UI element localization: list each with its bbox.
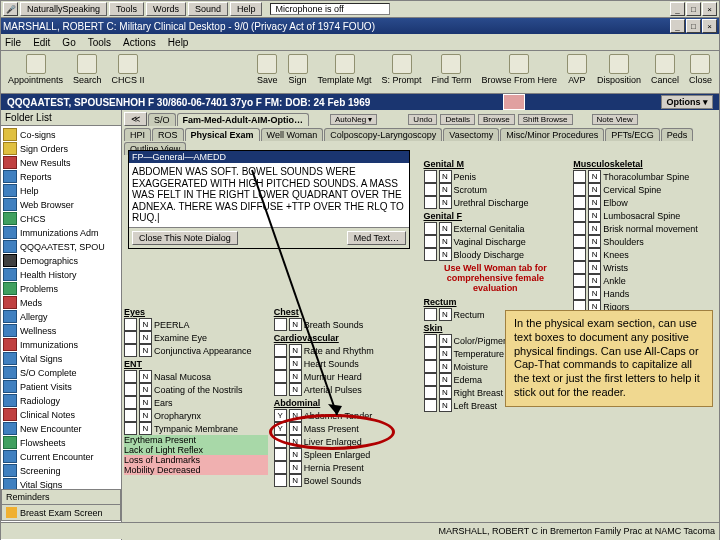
tree-item[interactable]: Radiology — [3, 394, 119, 408]
checkbox[interactable]: N — [588, 209, 601, 222]
checkbox[interactable]: N — [139, 344, 152, 357]
tree-item[interactable]: Current Encounter — [3, 450, 119, 464]
subtab-hpi[interactable]: HPI — [124, 128, 151, 141]
checkbox[interactable]: N — [289, 409, 302, 422]
checkbox[interactable]: N — [139, 370, 152, 383]
tree-item[interactable]: CHCS — [3, 212, 119, 226]
checkbox[interactable]: N — [289, 461, 302, 474]
tree-item[interactable]: Sign Orders — [3, 142, 119, 156]
checkbox[interactable] — [424, 183, 437, 196]
tree-item[interactable]: Immunizations Adm — [3, 226, 119, 240]
checkbox[interactable]: N — [289, 422, 302, 435]
tree-item[interactable]: Co-signs — [3, 128, 119, 142]
checkbox[interactable] — [573, 235, 586, 248]
item-label[interactable]: Erythema Present — [124, 435, 196, 445]
checkbox[interactable] — [124, 344, 137, 357]
tree-item[interactable]: Patient Visits — [3, 380, 119, 394]
item-label[interactable]: Loss of Landmarks — [124, 455, 200, 465]
checkbox[interactable]: N — [588, 287, 601, 300]
browse-button[interactable]: Browse — [478, 114, 515, 125]
maximize-icon[interactable]: □ — [686, 19, 701, 33]
checkbox[interactable]: N — [439, 399, 452, 412]
checkbox[interactable] — [573, 274, 586, 287]
subtab-procedures[interactable]: Misc/Minor Procedures — [500, 128, 604, 141]
minimize-icon[interactable]: _ — [670, 2, 685, 16]
checkbox[interactable] — [573, 170, 586, 183]
tab-so[interactable]: S/O — [148, 113, 176, 126]
checkbox[interactable] — [573, 209, 586, 222]
speech-tab[interactable]: Tools — [109, 2, 144, 16]
checkbox[interactable]: N — [439, 196, 452, 209]
close-note-button[interactable]: Close This Note Dialog — [132, 231, 238, 245]
checkbox[interactable] — [274, 370, 287, 383]
checkbox[interactable] — [424, 248, 437, 261]
close-button[interactable]: Close — [686, 53, 715, 86]
checkbox[interactable]: N — [139, 422, 152, 435]
item-label[interactable]: Lack of Light Reflex — [124, 445, 203, 455]
close-icon[interactable]: × — [702, 2, 717, 16]
checkbox[interactable]: N — [289, 474, 302, 487]
checkbox[interactable]: N — [289, 383, 302, 396]
subtab-physical-exam[interactable]: Physical Exam — [185, 128, 260, 141]
checkbox[interactable] — [274, 474, 287, 487]
checkbox[interactable]: N — [588, 183, 601, 196]
speech-tab[interactable]: Sound — [188, 2, 228, 16]
tree-item[interactable]: New Results — [3, 156, 119, 170]
checkbox[interactable] — [274, 383, 287, 396]
tree-item[interactable]: Allergy — [3, 310, 119, 324]
undo-button[interactable]: Undo — [408, 114, 437, 125]
tree-item[interactable]: Reports — [3, 170, 119, 184]
checkbox[interactable]: N — [289, 435, 302, 448]
speech-tab[interactable]: Help — [230, 2, 263, 16]
checkbox[interactable]: N — [439, 386, 452, 399]
checkbox[interactable]: N — [588, 235, 601, 248]
tree-item[interactable]: Screening — [3, 464, 119, 478]
speech-tab[interactable]: Words — [146, 2, 186, 16]
shift-browse-button[interactable]: Shift Browse — [518, 114, 573, 125]
tree-item[interactable]: Web Browser — [3, 198, 119, 212]
checkbox[interactable] — [274, 357, 287, 370]
checkbox[interactable] — [124, 331, 137, 344]
subtab-pfts[interactable]: PFTs/ECG — [605, 128, 660, 141]
details-button[interactable]: Details — [440, 114, 474, 125]
autoneg-button[interactable]: AutoNeg ▾ — [330, 114, 377, 125]
nav-left-button[interactable]: ≪ — [124, 112, 147, 126]
checkbox[interactable] — [424, 373, 437, 386]
checkbox[interactable]: N — [289, 357, 302, 370]
menu-help[interactable]: Help — [168, 37, 189, 48]
tree-item[interactable]: QQQAATEST, SPOU — [3, 240, 119, 254]
item-label[interactable]: Mobility Decreased — [124, 465, 201, 475]
checkbox[interactable]: N — [139, 318, 152, 331]
appointments-button[interactable]: Appointments — [5, 53, 66, 86]
checkbox[interactable] — [424, 170, 437, 183]
checkbox[interactable]: N — [439, 308, 452, 321]
checkbox[interactable]: N — [289, 448, 302, 461]
tree-item[interactable]: Vital Signs — [3, 352, 119, 366]
checkbox[interactable]: N — [139, 396, 152, 409]
checkbox[interactable] — [124, 409, 137, 422]
checkbox[interactable]: N — [588, 196, 601, 209]
patient-photo-icon[interactable] — [503, 94, 525, 110]
checkbox[interactable]: N — [439, 183, 452, 196]
checkbox[interactable] — [124, 318, 137, 331]
checkbox[interactable] — [424, 347, 437, 360]
tree-item[interactable]: Health History — [3, 268, 119, 282]
checkbox[interactable]: N — [139, 331, 152, 344]
checkbox[interactable] — [573, 248, 586, 261]
tree-item[interactable]: Wellness — [3, 324, 119, 338]
checkbox[interactable]: N — [439, 360, 452, 373]
save-button[interactable]: Save — [254, 53, 281, 86]
checkbox[interactable]: N — [439, 373, 452, 386]
close-icon[interactable]: × — [702, 19, 717, 33]
tree-item[interactable]: Meds — [3, 296, 119, 310]
checkbox[interactable] — [424, 360, 437, 373]
sign-button[interactable]: Sign — [285, 53, 311, 86]
checkbox[interactable] — [573, 196, 586, 209]
checkbox[interactable]: N — [439, 222, 452, 235]
disposition-button[interactable]: Disposition — [594, 53, 644, 86]
checkbox[interactable] — [274, 435, 287, 448]
checkbox[interactable] — [124, 422, 137, 435]
checkbox[interactable] — [424, 196, 437, 209]
tree-item[interactable]: Flowsheets — [3, 436, 119, 450]
tree-item[interactable]: Clinical Notes — [3, 408, 119, 422]
